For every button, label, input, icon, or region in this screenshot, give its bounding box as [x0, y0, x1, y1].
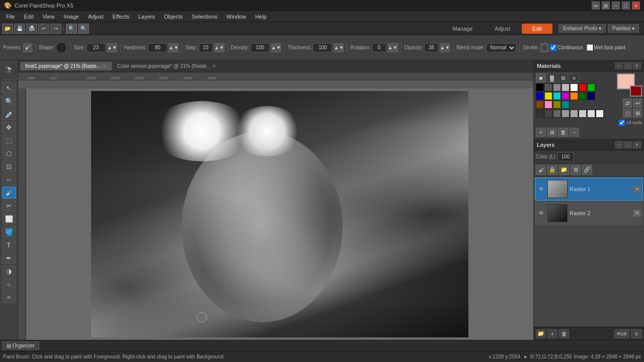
swatch-dgray[interactable]: [544, 83, 552, 92]
shape-preview[interactable]: [56, 42, 67, 53]
print-btn[interactable]: 🖨️: [26, 24, 37, 34]
open-btn[interactable]: 📂: [2, 24, 13, 34]
gradient-tool[interactable]: ◑: [2, 265, 16, 277]
swatch-g8[interactable]: [596, 110, 604, 118]
materials-action-icons[interactable]: + ⊞ 🗑 →: [536, 128, 642, 137]
clone-tool[interactable]: ✂: [2, 200, 16, 212]
save-btn[interactable]: 💾: [14, 24, 25, 34]
opacity-input[interactable]: [424, 43, 438, 52]
swatch-olive[interactable]: [553, 101, 561, 109]
undo-btn[interactable]: ↩: [38, 24, 49, 34]
size-stepper[interactable]: ▲▼: [107, 43, 117, 52]
layer-item-1[interactable]: 👁 Raster 2 👁: [535, 202, 643, 225]
step-input[interactable]: [199, 43, 213, 52]
layers-opacity[interactable]: [557, 152, 574, 161]
swatch-g6[interactable]: [579, 110, 587, 118]
layers-minimize-btn[interactable]: ─: [615, 141, 623, 148]
blend-select[interactable]: Normal: [486, 43, 516, 52]
straighten-tool[interactable]: ↔: [2, 173, 16, 186]
organizer-tab[interactable]: ▤ Organizer: [2, 341, 39, 350]
mat-copy-btn[interactable]: ⊞: [547, 128, 557, 137]
swatch-dgreen[interactable]: [579, 92, 587, 100]
tab-manage[interactable]: Manage: [442, 24, 484, 34]
thickness-stepper[interactable]: ▲▼: [334, 43, 344, 52]
solid-color-btn[interactable]: ■: [536, 73, 546, 82]
swatch-pink[interactable]: [544, 101, 552, 109]
canvas-tab-close-0[interactable]: ✕: [103, 64, 107, 69]
zoom-in-btn[interactable]: 🔍: [66, 24, 77, 34]
swatch-black[interactable]: [536, 83, 544, 92]
density-input[interactable]: [251, 43, 270, 52]
minimize-button[interactable]: ─: [612, 2, 620, 10]
materials-minimize-btn[interactable]: ─: [615, 62, 623, 69]
eyedropper-tool[interactable]: 💉: [2, 108, 16, 120]
tab-edit[interactable]: Edit: [522, 24, 552, 34]
opacity-stepper[interactable]: ▲▼: [440, 43, 450, 52]
wetlock-check[interactable]: [587, 44, 593, 51]
mat-arrow-btn[interactable]: →: [569, 128, 579, 137]
dodge-tool[interactable]: ○: [2, 278, 16, 290]
new-raster-layer-btn[interactable]: +: [547, 329, 557, 338]
hardness-input[interactable]: [148, 43, 167, 52]
pen-tool[interactable]: ✒: [2, 252, 16, 264]
menu-help[interactable]: Help: [251, 13, 271, 21]
swatch-g4[interactable]: [561, 110, 570, 118]
eraser-tool[interactable]: ⬜: [2, 213, 16, 225]
layers-restore-btn[interactable]: □: [624, 141, 632, 148]
close-button[interactable]: ✕: [632, 2, 640, 10]
tab-adjust[interactable]: Adjust: [484, 24, 521, 34]
layer-item-0[interactable]: 👁 Raster 1 👁: [535, 177, 643, 201]
menu-edit[interactable]: Edit: [20, 13, 38, 21]
maximize-button[interactable]: □: [622, 2, 630, 10]
swatch-cyan[interactable]: [553, 92, 561, 100]
swap-colors-btn[interactable]: ⇄: [623, 99, 632, 108]
texture-btn[interactable]: ≡: [569, 73, 579, 82]
selection-tool[interactable]: ⬚: [2, 134, 16, 146]
layer-eye-icon-1[interactable]: 👁: [633, 210, 640, 217]
swatch-g7[interactable]: [587, 110, 595, 118]
layer-eye-icon-0[interactable]: 👁: [633, 186, 640, 193]
swatch-blue[interactable]: [536, 92, 544, 100]
materials-close-btn[interactable]: ✕: [633, 62, 641, 69]
preset-selector[interactable]: 🖌: [23, 43, 32, 52]
new-layer-group-btn[interactable]: 📁: [536, 329, 546, 338]
layers-panel-controls[interactable]: ─ □ ✕: [615, 141, 641, 148]
title-bar-controls[interactable]: ⇔ ⊞ ─ □ ✕: [592, 2, 640, 10]
swatch-magenta[interactable]: [561, 92, 570, 100]
transparency-btn[interactable]: ◻: [623, 109, 632, 118]
smear-tool[interactable]: ≈: [2, 291, 16, 303]
canvas-tab-0[interactable]: final1.pspimage* @ 21% (Raste... ✕: [20, 62, 112, 70]
canvas-container[interactable]: [26, 88, 533, 340]
thickness-input[interactable]: [313, 43, 332, 52]
swatch-brown[interactable]: [536, 101, 544, 109]
layer-rgb-btn[interactable]: RGB: [614, 329, 629, 338]
zoom-out-btn[interactable]: 🔍: [78, 24, 89, 34]
menu-file[interactable]: File: [2, 13, 19, 21]
menu-objects[interactable]: Objects: [160, 13, 187, 21]
swatch-red[interactable]: [579, 83, 587, 92]
delete-layer-btn[interactable]: 🗑: [559, 329, 569, 338]
step-stepper[interactable]: ▲▼: [214, 43, 224, 52]
rotation-input[interactable]: [372, 43, 386, 52]
layer-link-icon[interactable]: 🔗: [582, 165, 592, 175]
swatch-lgray[interactable]: [561, 83, 570, 92]
menu-view[interactable]: View: [39, 13, 59, 21]
swatch-g3[interactable]: [553, 110, 561, 118]
swatch-navy[interactable]: [587, 92, 595, 100]
layer-groups-icon[interactable]: 📁: [559, 165, 569, 175]
swatch-gray[interactable]: [553, 83, 561, 92]
materials-panel-controls[interactable]: ─ □ ✕: [615, 62, 641, 69]
all-tools-check[interactable]: [619, 120, 625, 126]
layer-paint-icon[interactable]: 🖌: [536, 165, 546, 175]
swatch-white[interactable]: [570, 83, 578, 92]
enhance-photo-btn[interactable]: Enhance Photo ▾: [558, 24, 606, 33]
canvas-tab-1[interactable]: Color version.pspimage* @ 21% (Raste... …: [112, 62, 222, 70]
arrow-tool[interactable]: ↖: [2, 82, 16, 94]
menu-image[interactable]: Image: [59, 13, 83, 21]
pattern-btn[interactable]: ⊞: [558, 73, 568, 82]
layer-8bit-btn[interactable]: 8: [631, 329, 642, 338]
menu-effects[interactable]: Effects: [109, 13, 133, 21]
zoom-tool[interactable]: 🔍: [2, 95, 16, 107]
materials-restore-btn[interactable]: □: [624, 62, 632, 69]
swatch-g2[interactable]: [544, 110, 552, 118]
